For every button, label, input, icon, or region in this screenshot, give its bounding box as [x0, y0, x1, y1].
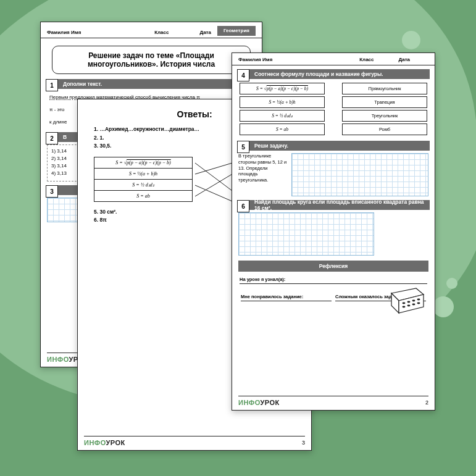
answer-grid	[238, 212, 374, 256]
task5-text: В треугольнике стороны равны 5, 12 и 13.…	[238, 153, 288, 196]
task-1: 1 Дополни текст.	[46, 79, 257, 89]
svg-line-0	[195, 163, 232, 191]
shape-cell: Треугольник	[342, 110, 427, 122]
worksheet-page-2: Фамилия Имя Класс Дата 4 Соотнеси формул…	[232, 52, 435, 411]
formula-cell: S = √p(p − a)(p − c)(p − b)	[94, 157, 192, 169]
class-label: Класс	[359, 57, 374, 63]
task-number: 5	[237, 141, 249, 153]
formula-cell: S = ½ d₁d₂	[94, 180, 192, 191]
formula-cell: S = ½(a + b)h	[94, 169, 192, 180]
calculator-icon	[389, 285, 426, 314]
page-footer: ИНФОУРОК 3	[84, 436, 305, 446]
svg-line-1	[195, 163, 232, 174]
formula-cell: S = ½ d₁d₂	[240, 110, 325, 122]
task-label: Дополни текст.	[52, 79, 257, 89]
task-6: 6 Найди площадь круга если площадь вписа…	[237, 200, 430, 210]
svg-point-8	[403, 306, 406, 308]
match-lines-icon	[195, 157, 232, 206]
task-number: 3	[46, 185, 58, 198]
match-columns: S = √p(p − a)(p − c)(p − b) S = ½(a + b)…	[240, 83, 427, 137]
page-number: 3	[302, 440, 305, 446]
reflection-line-2a: Мне понравилось задание:	[241, 294, 332, 301]
date-label: Дата	[398, 57, 410, 63]
formula-table: S = √p(p − a)(p − c)(p − b) S = ½(a + b)…	[94, 157, 193, 202]
task5-content: В треугольнике стороны равны 5, 12 и 13.…	[238, 153, 428, 196]
formula-cell: S = ab	[240, 123, 325, 135]
svg-point-10	[412, 304, 415, 306]
task-4: 4 Соотнеси формулу площади и название фи…	[237, 69, 430, 79]
page-header: Фамилия Имя Класс Дата	[232, 53, 435, 65]
task-label: Реши задачу.	[243, 141, 430, 151]
bg-dot	[433, 296, 454, 317]
svg-point-5	[407, 301, 411, 303]
name-label: Фамилия Имя	[238, 57, 272, 63]
task-number: 2	[46, 132, 58, 144]
reflection-line-1: На уроке я узнал(а):	[240, 277, 427, 284]
subject-tag: Геометрия	[217, 26, 256, 36]
bg-dot	[446, 278, 457, 289]
task-label: Соотнеси формулу площади и название фигу…	[243, 69, 430, 79]
class-label: Класс	[154, 30, 169, 36]
shape-column: Прямоугольник Трапеция Треугольник Ромб	[342, 83, 427, 137]
task-label: Найди площадь круга если площадь вписанн…	[243, 200, 430, 210]
formula-cell: S = ab	[94, 191, 192, 201]
brand-logo: ИНФОУРОК	[84, 439, 125, 446]
name-label: Фамилия Имя	[47, 30, 81, 36]
shape-cell: Прямоугольник	[342, 83, 427, 94]
shape-cell: Ромб	[342, 123, 427, 135]
task-number: 6	[237, 200, 249, 212]
formula-cell: S = ½(a + b)h	[240, 96, 325, 108]
worksheet-title: Решение задач по теме «Площади многоугол…	[52, 46, 251, 74]
task-5: 5 Реши задачу.	[237, 141, 430, 151]
task-number: 1	[46, 79, 58, 91]
page-header: Фамилия Имя Класс Дата Геометрия	[41, 22, 262, 38]
reflection-header: Рефлексия	[238, 261, 428, 272]
formula-column: S = √p(p − a)(p − c)(p − b) S = ½(a + b)…	[240, 83, 325, 137]
page-footer: ИНФОУРОК 2	[238, 396, 428, 406]
page-number: 2	[425, 399, 428, 406]
svg-point-11	[417, 303, 420, 304]
task-number: 4	[237, 69, 249, 81]
svg-point-4	[403, 303, 406, 304]
shape-cell: Трапеция	[342, 96, 427, 108]
formula-cell: S = √p(p − a)(p − c)(p − b)	[240, 83, 325, 94]
bg-dot	[402, 31, 420, 49]
svg-point-9	[407, 305, 411, 307]
svg-point-6	[412, 300, 415, 302]
date-label: Дата	[199, 30, 211, 36]
svg-point-7	[417, 299, 420, 301]
answer-grid	[291, 153, 428, 196]
brand-logo: ИНФОУРОК	[238, 399, 280, 406]
